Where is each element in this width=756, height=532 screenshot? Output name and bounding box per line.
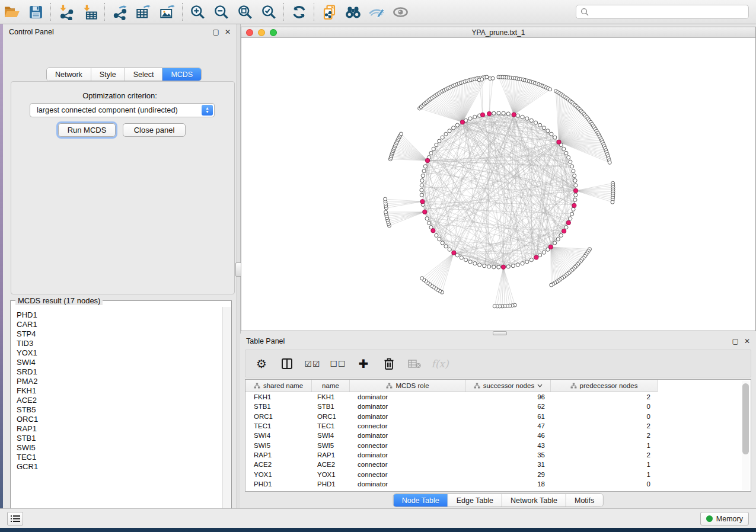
export-table-icon <box>136 4 152 20</box>
close-panel-icon[interactable]: ✕ <box>744 337 750 345</box>
mcds-result-item[interactable]: STB1 <box>17 434 222 443</box>
hide-all-columns-button[interactable]: ☐☐ <box>330 356 346 371</box>
show-all-columns-button[interactable]: ☑☑ <box>305 356 320 371</box>
float-panel-icon[interactable]: ▢ <box>213 28 219 36</box>
table-row[interactable]: SWI4SWI4dominator462 <box>245 431 751 440</box>
table-row[interactable]: YOX1YOX1connector291 <box>245 469 751 479</box>
open-file-button[interactable] <box>0 2 24 22</box>
table-cell: TEC1 <box>245 422 312 430</box>
zoom-in-button[interactable] <box>186 2 209 22</box>
hide-graphics-details-button[interactable] <box>388 2 412 22</box>
open-folder-icon <box>4 5 20 19</box>
mcds-result-item[interactable]: STB5 <box>17 405 222 415</box>
mcds-result-item[interactable]: TID3 <box>17 339 222 348</box>
mcds-result-item[interactable]: FKH1 <box>17 386 222 396</box>
mcds-result-item[interactable]: CAR1 <box>17 320 222 329</box>
table-cell: 0 <box>551 480 658 488</box>
table-cell: STB1 <box>245 403 312 410</box>
tab-style[interactable]: Style <box>91 68 125 81</box>
table-panel-tabs: Node Table Edge Table Network Table Moti… <box>393 493 604 507</box>
table-row[interactable]: SWI5SWI5connector431 <box>245 440 751 450</box>
memory-status-icon <box>706 515 713 522</box>
column-header-name[interactable]: name <box>312 380 350 392</box>
show-graphics-details-button[interactable] <box>365 2 388 22</box>
save-session-button[interactable] <box>24 2 47 22</box>
table-row[interactable]: ACE2ACE2connector311 <box>245 460 751 469</box>
search-box[interactable] <box>576 5 749 19</box>
table-settings-button[interactable]: ⚙ <box>254 356 269 371</box>
table-cell: SWI4 <box>245 432 312 439</box>
binoculars-button[interactable] <box>341 2 365 22</box>
mcds-result-item[interactable]: STP4 <box>17 329 222 339</box>
tab-select[interactable]: Select <box>125 68 163 81</box>
table-cell: SWI4 <box>312 432 350 439</box>
mcds-result-item[interactable]: SWI5 <box>17 443 222 453</box>
table-cell: 0 <box>551 413 658 420</box>
tab-network-table[interactable]: Network Table <box>502 494 566 507</box>
mcds-result-item[interactable]: TEC1 <box>17 453 222 462</box>
optimization-criterion-label: Optimization criterion: <box>3 91 237 100</box>
refresh-button[interactable] <box>287 2 311 22</box>
optimization-criterion-select[interactable]: largest connected component (undirected)… <box>30 103 215 117</box>
function-builder-button[interactable]: f(x) <box>432 356 448 371</box>
delete-table-button[interactable] <box>407 356 422 371</box>
table-row[interactable]: PHD1PHD1dominator180 <box>245 479 751 489</box>
export-table-button[interactable] <box>132 2 155 22</box>
table-row[interactable]: RAP1RAP1dominator352 <box>245 450 751 460</box>
float-panel-icon[interactable]: ▢ <box>732 337 739 345</box>
table-toolbar: ⚙ ☑☑ ☐☐ ✚ <box>245 350 751 377</box>
table-row[interactable]: TEC1TEC1connector472 <box>245 421 751 431</box>
mcds-result-item[interactable]: GCR1 <box>17 462 222 472</box>
tab-node-table[interactable]: Node Table <box>394 494 448 507</box>
table-row[interactable]: STB1STB1dominator620 <box>245 402 751 411</box>
delete-column-button[interactable] <box>381 356 397 371</box>
network-window-titlebar[interactable]: YPA_prune.txt_1 <box>241 27 755 38</box>
table-cell: 2 <box>551 393 658 400</box>
tab-edge-table[interactable]: Edge Table <box>448 494 502 507</box>
task-history-button[interactable] <box>7 512 23 525</box>
network-view-window: YPA_prune.txt_1 <box>241 27 756 331</box>
mcds-result-item[interactable]: SRD1 <box>17 367 222 377</box>
table-scrollbar[interactable] <box>742 381 749 490</box>
import-table-button[interactable] <box>78 2 101 22</box>
column-header-mcds-role[interactable]: MCDS role <box>350 380 466 392</box>
mcds-list-scrollbar[interactable] <box>222 307 231 520</box>
zoom-out-button[interactable] <box>209 2 233 22</box>
run-mcds-button[interactable]: Run MCDS <box>58 123 116 137</box>
mcds-result-item[interactable]: PHD1 <box>17 310 222 320</box>
mcds-result-item[interactable]: ACE2 <box>17 396 222 405</box>
tab-network[interactable]: Network <box>47 68 91 81</box>
table-cell: STB1 <box>312 403 350 410</box>
mcds-result-item[interactable]: SWI4 <box>17 358 222 367</box>
mcds-result-item[interactable]: YOX1 <box>17 348 222 358</box>
import-network-button[interactable] <box>54 2 78 22</box>
create-column-button[interactable]: ✚ <box>356 356 371 371</box>
column-header-predecessor-nodes[interactable]: predecessor nodes <box>551 380 658 392</box>
mcds-result-list: PHD1CAR1STP4TID3YOX1SWI4SRD1PMA2FKH1ACE2… <box>11 307 222 520</box>
column-header-successor-nodes[interactable]: successor nodes <box>466 380 551 392</box>
zoom-fit-button[interactable] <box>233 2 257 22</box>
share-document-button[interactable] <box>317 2 341 22</box>
tab-mcds[interactable]: MCDS <box>162 68 201 81</box>
table-cell: 43 <box>466 442 551 449</box>
mcds-result-item[interactable]: PMA2 <box>17 377 222 386</box>
mcds-result-item[interactable]: ORC1 <box>17 415 222 424</box>
zoom-selected-button[interactable] <box>257 2 280 22</box>
column-header-shared-name[interactable]: shared name <box>245 380 312 392</box>
memory-button[interactable]: Memory <box>700 512 749 525</box>
column-layout-button[interactable] <box>279 356 295 371</box>
search-input[interactable] <box>592 8 748 16</box>
export-image-button[interactable] <box>155 2 179 22</box>
table-scrollbar-thumb[interactable] <box>742 383 749 454</box>
network-graph[interactable] <box>241 38 755 331</box>
close-panel-icon[interactable]: ✕ <box>225 28 231 36</box>
export-network-button[interactable] <box>108 2 132 22</box>
horizontal-splitter-handle[interactable] <box>493 331 507 335</box>
mcds-result-item[interactable]: RAP1 <box>17 424 222 434</box>
close-panel-button[interactable]: Close panel <box>123 123 186 137</box>
table-panel: Table Panel ▢ ✕ ⚙ ☑☑ ☐☐ ✚ <box>240 334 756 508</box>
tab-motifs[interactable]: Motifs <box>566 494 602 507</box>
table-row[interactable]: ORC1ORC1dominator610 <box>245 412 751 421</box>
checked-boxes-icon: ☑☑ <box>304 359 320 368</box>
table-row[interactable]: FKH1FKH1dominator962 <box>245 392 751 402</box>
